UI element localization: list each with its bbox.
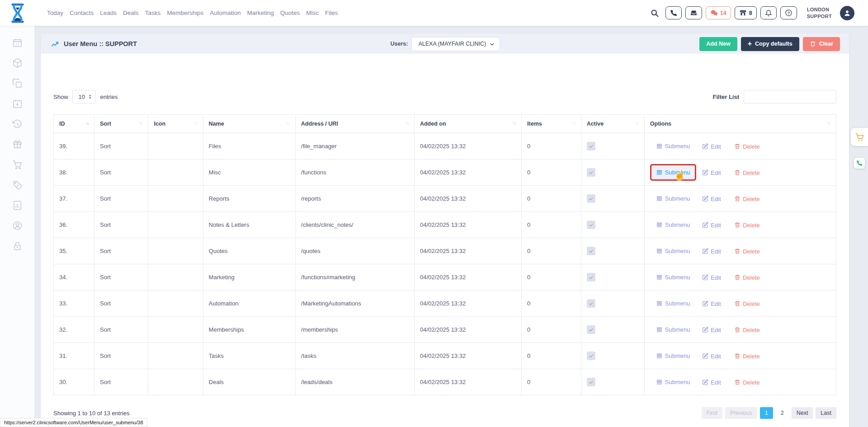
sort-handle[interactable]: Sort: [94, 264, 148, 291]
filter-input[interactable]: [744, 90, 836, 103]
calendar-icon[interactable]: 12: [12, 38, 23, 48]
submenu-link[interactable]: Submenu: [656, 379, 690, 385]
delete-link[interactable]: Delete: [734, 327, 760, 333]
nav-item-contacts[interactable]: Contacts: [70, 9, 94, 16]
cart-panel-tab[interactable]: [851, 128, 868, 146]
edit-link[interactable]: Edit: [702, 353, 721, 360]
edit-link[interactable]: Edit: [702, 327, 721, 333]
column-header-sort[interactable]: Sort↑↓: [94, 115, 148, 133]
nav-item-automation[interactable]: Automation: [210, 9, 241, 16]
submenu-link[interactable]: Submenu: [656, 143, 690, 150]
delete-link[interactable]: Delete: [734, 300, 760, 307]
column-header-name[interactable]: Name↑↓: [203, 115, 295, 133]
submenu-link[interactable]: Submenu: [656, 195, 690, 202]
edit-link[interactable]: Edit: [702, 379, 721, 386]
delete-link[interactable]: Delete: [734, 196, 760, 202]
cell-options: Submenu ☝ Edit Delete: [644, 186, 836, 212]
nav-item-marketing[interactable]: Marketing: [247, 9, 274, 16]
column-header-added-on[interactable]: Added on↑↓: [414, 115, 521, 133]
notifications-button[interactable]: [760, 6, 777, 19]
delete-link[interactable]: Delete: [734, 353, 760, 360]
gift-icon[interactable]: [12, 139, 23, 150]
phone-button[interactable]: [665, 6, 682, 19]
nav-item-leads[interactable]: Leads: [100, 9, 117, 16]
trend-chart-icon: [51, 40, 59, 48]
clear-button[interactable]: Clear: [803, 37, 840, 51]
nav-item-today[interactable]: Today: [47, 9, 63, 16]
edit-link[interactable]: Edit: [702, 248, 721, 255]
submenu-link[interactable]: Submenu: [656, 300, 690, 307]
add-new-button[interactable]: Add New: [699, 37, 737, 51]
cell-id: 32.: [54, 317, 94, 343]
report-chart-icon[interactable]: [12, 200, 23, 211]
submenu-link[interactable]: Submenu: [656, 274, 690, 281]
nav-item-quotes[interactable]: Quotes: [280, 9, 300, 16]
inbox-button[interactable]: [685, 6, 702, 19]
submenu-link[interactable]: Submenu: [656, 221, 690, 228]
search-icon[interactable]: [650, 9, 659, 18]
column-header-icon[interactable]: Icon↑↓: [148, 115, 203, 133]
submenu-link[interactable]: Submenu: [656, 248, 690, 254]
delete-link[interactable]: Delete: [734, 248, 760, 255]
delete-link[interactable]: Delete: [734, 274, 760, 281]
calendar-import-icon[interactable]: [12, 99, 23, 109]
column-header-active[interactable]: Active↑↓: [581, 115, 644, 133]
chat-button[interactable]: 14: [706, 6, 731, 19]
nav-item-memberships[interactable]: Memberships: [167, 9, 203, 16]
copy-defaults-button[interactable]: +Copy defaults: [741, 37, 799, 51]
page-button-2[interactable]: 2: [776, 407, 789, 419]
sort-handle[interactable]: Sort: [94, 317, 148, 343]
edit-link[interactable]: Edit: [702, 222, 721, 229]
edit-pencil-icon: [702, 300, 708, 307]
nav-item-deals[interactable]: Deals: [123, 9, 139, 16]
page-button-last[interactable]: Last: [816, 407, 836, 419]
plus-icon: +: [748, 40, 752, 48]
sort-handle[interactable]: Sort: [94, 160, 148, 186]
history-icon[interactable]: [12, 119, 23, 129]
sort-arrows-icon: ↑↓: [635, 121, 639, 126]
help-button[interactable]: ?: [780, 6, 797, 19]
edit-link[interactable]: Edit: [702, 300, 721, 307]
nav-item-files[interactable]: Files: [325, 9, 338, 16]
users-select[interactable]: ALEXA (MAYFAIR CLINIC): [411, 37, 500, 51]
nav-item-tasks[interactable]: Tasks: [145, 9, 161, 16]
page-size-select[interactable]: 10 ▲▼: [72, 90, 96, 103]
store-button[interactable]: 8: [735, 6, 757, 19]
edit-link[interactable]: Edit: [702, 143, 721, 150]
cart-icon[interactable]: [12, 160, 23, 170]
app-logo[interactable]: [9, 3, 26, 23]
cell-added-on: 04/02/2025 13:32: [414, 343, 521, 369]
sort-handle[interactable]: Sort: [94, 133, 148, 160]
sort-handle[interactable]: Sort: [94, 369, 148, 395]
user-circle-icon[interactable]: [12, 221, 23, 231]
delete-link[interactable]: Delete: [734, 222, 760, 229]
delete-link[interactable]: Delete: [734, 169, 760, 176]
edit-link[interactable]: Edit: [702, 274, 721, 281]
page-button-1[interactable]: 1: [760, 407, 773, 419]
submenu-link[interactable]: Submenu: [656, 352, 690, 359]
lock-icon[interactable]: [12, 241, 23, 251]
cell-active: [581, 160, 644, 186]
nav-item-misc[interactable]: Misc: [306, 9, 319, 16]
page-button-next[interactable]: Next: [792, 407, 813, 419]
column-header-items[interactable]: Items↑↓: [522, 115, 581, 133]
sort-handle[interactable]: Sort: [94, 238, 148, 264]
column-header-id[interactable]: ID↑↓: [54, 115, 94, 133]
delete-link[interactable]: Delete: [734, 143, 760, 150]
sort-handle[interactable]: Sort: [94, 212, 148, 238]
phone-panel-tab[interactable]: [854, 158, 865, 169]
top-navbar: TodayContactsLeadsDealsTasksMembershipsA…: [0, 0, 868, 26]
submenu-link[interactable]: Submenu: [656, 326, 690, 333]
sort-handle[interactable]: Sort: [94, 186, 148, 212]
column-header-options[interactable]: Options↑↓: [644, 115, 836, 133]
edit-link[interactable]: Edit: [702, 169, 721, 176]
column-header-address-uri[interactable]: Address / URI↑↓: [295, 115, 414, 133]
package-icon[interactable]: [12, 58, 23, 68]
edit-link[interactable]: Edit: [702, 196, 721, 202]
sort-handle[interactable]: Sort: [94, 343, 148, 369]
avatar[interactable]: [840, 6, 854, 20]
sort-handle[interactable]: Sort: [94, 291, 148, 317]
copy-icon[interactable]: [12, 78, 23, 89]
voucher-tag-icon[interactable]: [12, 180, 23, 190]
delete-link[interactable]: Delete: [734, 379, 760, 386]
